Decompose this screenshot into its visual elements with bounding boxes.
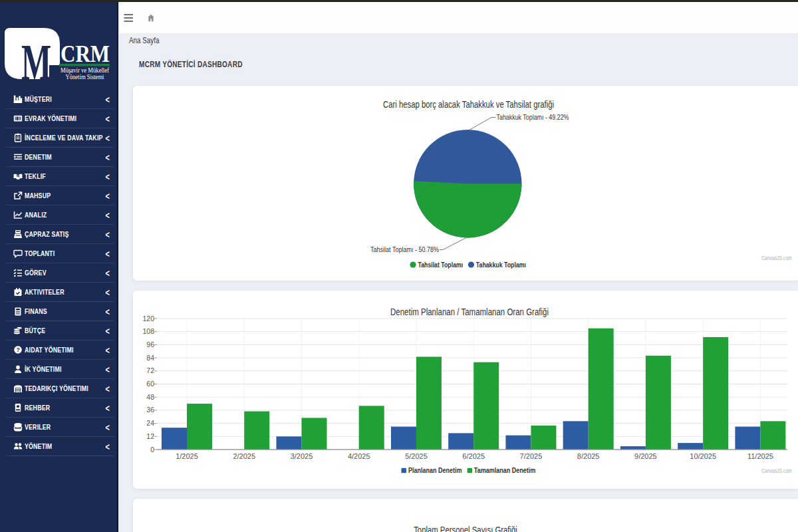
svg-text:48: 48 xyxy=(146,393,154,401)
svg-text:Tahsilat Toplamı: Tahsilat Toplamı xyxy=(418,261,464,269)
svg-text:7/2025: 7/2025 xyxy=(520,452,543,460)
svg-text:Cari hesap borç alacak Tahakku: Cari hesap borç alacak Tahakkuk ve Tahsi… xyxy=(383,99,554,110)
svg-text:Tamamlanan Denetim: Tamamlanan Denetim xyxy=(474,466,536,474)
svg-text:CRM: CRM xyxy=(61,41,110,67)
svg-text:5/2025: 5/2025 xyxy=(405,452,428,460)
svg-text:?: ? xyxy=(16,346,19,353)
svg-text:Tahsilat Toplamı - 50.78%: Tahsilat Toplamı - 50.78% xyxy=(370,245,439,253)
svg-text:M: M xyxy=(21,34,51,80)
svg-text:36: 36 xyxy=(146,406,154,414)
svg-text:60: 60 xyxy=(146,380,154,388)
svg-text:8/2025: 8/2025 xyxy=(577,452,600,460)
svg-text:0: 0 xyxy=(150,446,154,454)
svg-text:10/2025: 10/2025 xyxy=(690,452,716,460)
svg-text:2/2025: 2/2025 xyxy=(233,452,255,460)
svg-text:84: 84 xyxy=(146,354,154,362)
svg-text:1/2025: 1/2025 xyxy=(176,452,198,460)
svg-text:3/2025: 3/2025 xyxy=(291,452,313,460)
svg-text:Tahakkuk Toplamı - 49.22%: Tahakkuk Toplamı - 49.22% xyxy=(497,113,569,121)
svg-text:Denetim Planlanan / Tamamlanan: Denetim Planlanan / Tamamlanan Oran Graf… xyxy=(390,307,549,317)
svg-text:12: 12 xyxy=(146,432,154,440)
svg-text:6/2025: 6/2025 xyxy=(462,452,485,460)
svg-text:96: 96 xyxy=(146,340,154,348)
svg-text:Tahakkuk Toplamı: Tahakkuk Toplamı xyxy=(476,261,526,269)
svg-text:4/2025: 4/2025 xyxy=(348,452,370,460)
svg-text:120: 120 xyxy=(142,315,154,323)
svg-text:11/2025: 11/2025 xyxy=(747,452,773,460)
svg-text:Yönetim Sistemi: Yönetim Sistemi xyxy=(66,73,104,80)
svg-text:9/2025: 9/2025 xyxy=(634,452,657,460)
svg-text:Planlanan Denetim: Planlanan Denetim xyxy=(408,466,462,474)
svg-text:72: 72 xyxy=(146,366,154,374)
svg-text:24: 24 xyxy=(146,419,154,427)
svg-text:108: 108 xyxy=(142,327,154,335)
